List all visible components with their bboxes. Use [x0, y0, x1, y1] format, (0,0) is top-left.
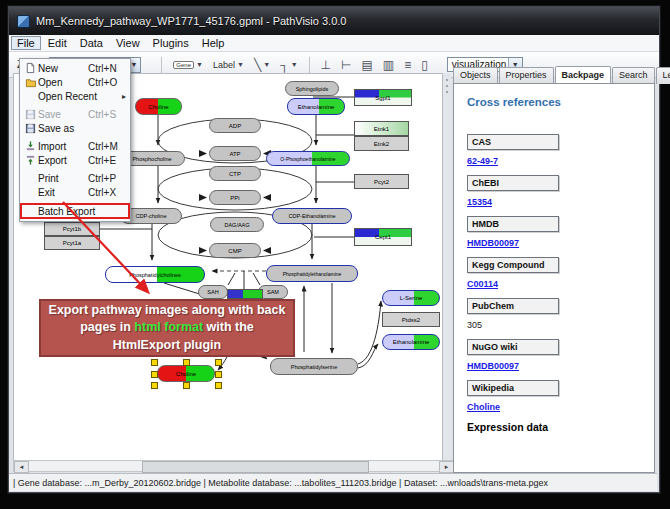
reference-link[interactable]: 15354: [467, 197, 637, 207]
menu-item-label: Batch Export: [38, 206, 126, 217]
chevron-down-icon[interactable]: ▼: [263, 61, 270, 68]
label-tool-button[interactable]: Label ▼: [209, 55, 248, 75]
line-tool-button[interactable]: ╲ ▼: [250, 55, 274, 75]
file-menu-item-save-as[interactable]: Save as: [20, 121, 130, 135]
pathway-node-cmp[interactable]: CMP: [209, 243, 261, 258]
file-menu-item-new[interactable]: NewCtrl+N: [20, 61, 130, 75]
pathway-node-pcyt1b[interactable]: Pcyt1b: [44, 222, 100, 236]
file-menu-item-print[interactable]: PrintCtrl+P: [20, 171, 130, 185]
pathway-node-phosphatidylethanolamine[interactable]: Phosphatidylethanolamine: [266, 265, 358, 282]
tab-search[interactable]: Search: [612, 67, 655, 84]
pathway-node-pemt[interactable]: [227, 289, 263, 299]
selection-handle[interactable]: [215, 382, 222, 389]
pathway-node-l-serine[interactable]: L-Serine: [382, 290, 440, 306]
selection-handle[interactable]: [151, 359, 158, 366]
menu-item-spacer: [23, 205, 38, 217]
selection-handle[interactable]: [151, 371, 158, 378]
file-menu-item-save: SaveCtrl+S: [20, 107, 130, 121]
scrollbar-thumb[interactable]: [142, 461, 369, 473]
reference-section-hmdb: HMDBHMDB00097: [467, 216, 637, 248]
menu-data[interactable]: Data: [74, 36, 109, 50]
pathway-node-phosphatidylserine[interactable]: Phosphatidylserine: [270, 358, 358, 375]
backpage-panel: Cross references CAS62-49-7ChEBI15354HMD…: [453, 83, 655, 473]
menu-item-shortcut: Ctrl+O: [88, 77, 126, 88]
tab-backpage[interactable]: Backpage: [555, 66, 612, 83]
scroll-left-icon[interactable]: ◂: [14, 461, 29, 473]
expression-data-heading: Expression data: [467, 421, 637, 433]
pathway-node-adp[interactable]: ADP: [209, 118, 261, 133]
tab-legend[interactable]: Legend: [656, 67, 670, 84]
menu-plugins[interactable]: Plugins: [147, 36, 195, 50]
pathway-node-pcyt2[interactable]: Pcyt2: [354, 174, 409, 189]
pathway-node-cdp-ethanolamine[interactable]: CDP-Ethanolamine: [272, 208, 352, 224]
menu-item-label: Print: [38, 173, 88, 184]
menu-help[interactable]: Help: [196, 36, 231, 50]
pathway-node-pcyt1a[interactable]: Pcyt1a: [44, 236, 100, 250]
pathway-node-etnk1[interactable]: Etnk1: [354, 121, 409, 136]
submenu-arrow-icon: ▸: [118, 92, 126, 101]
title-bar[interactable]: Mm_Kennedy_pathway_WP1771_45176.gpml - P…: [9, 7, 659, 35]
selection-handle[interactable]: [183, 382, 190, 389]
gene-tool-button[interactable]: Gene ▼: [169, 55, 207, 75]
file-menu-item-exit[interactable]: ExitCtrl+X: [20, 185, 130, 199]
app-window: Mm_Kennedy_pathway_WP1771_45176.gpml - P…: [8, 6, 660, 493]
selection-handle[interactable]: [215, 359, 222, 366]
open-folder-icon: [23, 76, 38, 88]
distribute-vertical-button[interactable]: ▥: [379, 55, 398, 75]
pathway-node-choline-top[interactable]: Choline: [135, 98, 182, 115]
pathway-node-sphingolipids[interactable]: Sphingolipids: [285, 81, 339, 96]
reference-database-name: NuGO wiki: [467, 339, 559, 355]
reference-link[interactable]: 62-49-7: [467, 156, 637, 166]
pathway-node-phosphatidylcholines[interactable]: Phosphatidylcholines: [105, 266, 205, 283]
menu-file[interactable]: File: [11, 36, 41, 50]
file-menu-item-batch-export[interactable]: Batch Export: [20, 203, 130, 219]
panel-splitter[interactable]: [443, 73, 451, 460]
pathway-node-sah[interactable]: SAH: [198, 285, 228, 299]
menu-item-label: Import: [38, 141, 88, 152]
pathway-node-sgpl1[interactable]: Sgpl1: [354, 89, 412, 106]
reference-link[interactable]: C00114: [467, 279, 637, 289]
pathway-node-choline-bottom[interactable]: Choline: [157, 365, 215, 382]
reference-link[interactable]: HMDB00097: [467, 238, 637, 248]
menu-item-shortcut: Ctrl+X: [88, 187, 126, 198]
connector-tool-button[interactable]: ┐ ▼: [276, 55, 301, 75]
pathway-node-ethanolamine-bottom[interactable]: Ethanolamine: [382, 334, 440, 350]
chevron-down-icon[interactable]: ▼: [196, 61, 203, 68]
horizontal-scrollbar[interactable]: ◂ ▸: [13, 460, 455, 472]
selection-handle[interactable]: [183, 359, 190, 366]
selection-handle[interactable]: [215, 371, 222, 378]
file-menu-item-open-recent[interactable]: Open Recent▸: [20, 89, 130, 103]
pathway-node-ctp[interactable]: CTP: [209, 166, 261, 181]
tab-properties[interactable]: Properties: [499, 67, 554, 84]
reference-link[interactable]: HMDB00097: [467, 361, 637, 371]
pathway-node-cept1[interactable]: Cept1: [354, 228, 412, 246]
pathway-node-dag-aag[interactable]: DAG/AAG: [210, 217, 264, 232]
menu-edit[interactable]: Edit: [42, 36, 73, 50]
distribute-horizontal-button[interactable]: ▤: [357, 55, 376, 75]
reference-link[interactable]: Choline: [467, 402, 637, 412]
pathway-node-atp[interactable]: ATP: [209, 146, 261, 161]
chevron-down-icon[interactable]: ▼: [291, 61, 298, 68]
node-label: DAG/AAG: [224, 222, 249, 228]
align-center-button[interactable]: ⊥: [317, 55, 335, 75]
node-label: Choline: [176, 371, 196, 377]
pathway-node-o-phosphoethanolamine[interactable]: O-Phosphoethanolamine: [266, 151, 350, 166]
pathway-node-ppi[interactable]: PPi: [209, 190, 261, 205]
menu-item-label: New: [38, 63, 88, 74]
common-height-button[interactable]: ▯: [417, 55, 432, 75]
common-width-button[interactable]: ≡: [400, 55, 415, 75]
file-menu-item-open[interactable]: OpenCtrl+O: [20, 75, 130, 89]
menu-view[interactable]: View: [110, 36, 146, 50]
file-menu-item-import[interactable]: ImportCtrl+M: [20, 139, 130, 153]
selection-handle[interactable]: [151, 382, 158, 389]
align-middle-button[interactable]: ⊢: [337, 55, 355, 75]
reference-sections: CAS62-49-7ChEBI15354HMDBHMDB00097Kegg Co…: [467, 134, 637, 412]
scroll-right-icon[interactable]: ▸: [439, 461, 454, 473]
pathway-node-etnk2[interactable]: Etnk2: [354, 136, 409, 151]
pathway-node-ptdss2[interactable]: Ptdss2: [382, 312, 440, 327]
chevron-down-icon[interactable]: ▼: [237, 61, 244, 68]
file-menu-item-export[interactable]: ExportCtrl+E: [20, 153, 130, 167]
line-icon: ╲: [254, 58, 261, 72]
pathway-node-ethanolamine-top[interactable]: Ethanolamine: [287, 98, 345, 115]
tab-objects[interactable]: Objects: [453, 67, 498, 84]
